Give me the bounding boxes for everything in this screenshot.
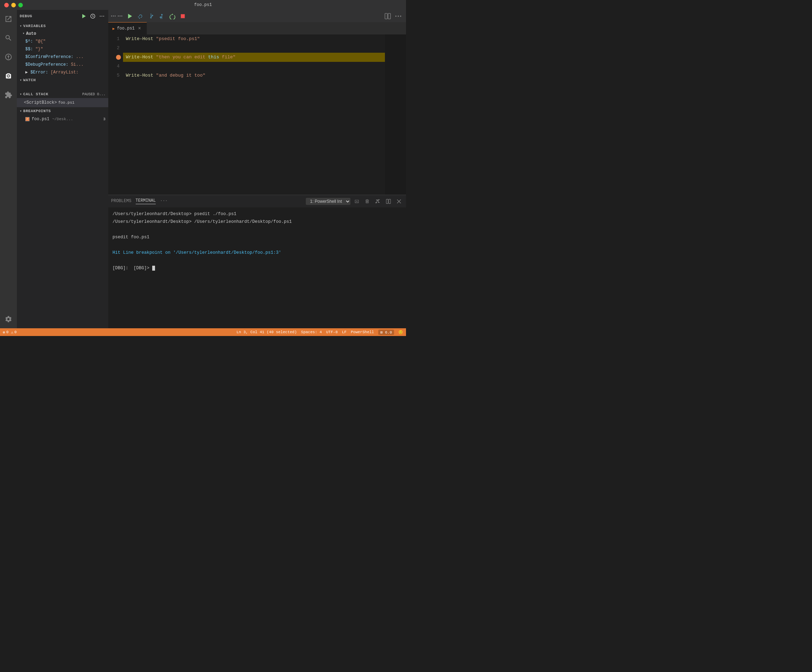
error-count[interactable]: ⊗ 0 ⚠ 0 <box>3 330 17 334</box>
debug-settings-button[interactable] <box>89 13 96 20</box>
debug-more-button[interactable] <box>99 13 106 20</box>
breakpoint-checkbox[interactable]: ✓ <box>25 117 29 121</box>
terminal-line <box>113 226 402 234</box>
variables-label: VARIABLES <box>23 24 106 28</box>
terminal-cursor <box>152 266 155 271</box>
svg-rect-4 <box>103 16 104 17</box>
breakpoint-item[interactable]: ✓ foo.ps1 ~/Desk... 3 <box>17 115 108 123</box>
split-editor-button[interactable] <box>383 11 392 21</box>
titlebar: foo.ps1 <box>0 0 406 10</box>
settings-icon[interactable] <box>2 313 15 326</box>
step-into-button[interactable] <box>146 11 156 21</box>
terminal-line: psedit foo.ps1 <box>113 234 402 241</box>
terminal-selector[interactable]: 1: PowerShell Int <box>306 198 350 205</box>
svg-marker-5 <box>128 14 132 19</box>
close-panel-button[interactable] <box>395 197 403 206</box>
svg-point-10 <box>397 15 399 17</box>
breakpoints-section-header[interactable]: ▾ BREAKPOINTS <box>17 107 108 115</box>
more-tabs-button[interactable]: ··· <box>160 199 168 204</box>
maximize-button[interactable] <box>18 3 23 7</box>
activity-bar <box>0 10 17 328</box>
continue-button[interactable] <box>125 11 135 21</box>
stop-button[interactable] <box>178 11 188 21</box>
encoding[interactable]: UTF-8 <box>326 330 338 334</box>
step-out-button[interactable] <box>157 11 167 21</box>
language-mode[interactable]: PowerShell <box>351 330 374 334</box>
git-icon[interactable] <box>2 51 15 63</box>
variables-section-header[interactable]: ▾ VARIABLES <box>17 22 108 30</box>
watch-panel: ▾ WATCH <box>17 76 108 90</box>
callstack-panel: ▾ CALL STACK PAUSED O... <ScriptBlock> f… <box>17 90 108 107</box>
tab-foo-ps1[interactable]: ▶ foo.ps1 × <box>108 22 147 34</box>
debug-label: DEBUG <box>20 14 78 18</box>
maximize-panel-button[interactable] <box>374 197 382 206</box>
chevron-down-icon: ▾ <box>20 24 22 28</box>
minimize-button[interactable] <box>11 3 16 7</box>
panel-area: PROBLEMS TERMINAL ··· 1: PowerShell Int <box>108 195 406 328</box>
debug-play-button[interactable] <box>80 13 87 20</box>
code-editor[interactable]: Write-Host "psedit foo.ps1" Write-Host "… <box>123 34 385 195</box>
window-title: foo.ps1 <box>194 2 212 7</box>
minimap <box>385 34 406 195</box>
breakpoints-label: BREAKPOINTS <box>23 109 106 113</box>
search-icon[interactable] <box>2 32 15 44</box>
callstack-label: CALL STACK <box>23 92 79 96</box>
more-actions-button[interactable] <box>393 11 403 21</box>
editor-tabs: ▶ foo.ps1 × <box>108 22 406 34</box>
terminal-line: /Users/tylerleonhardt/Desktop> psedit ./… <box>113 210 402 218</box>
variables-panel: ▾ VARIABLES ▾ Auto $^: "@{" $$: "}" $Con… <box>17 22 108 76</box>
cursor-position[interactable]: Ln 3, Col 41 (40 selected) <box>237 330 297 334</box>
callstack-item[interactable]: <ScriptBlock> foo.ps1 <box>17 98 108 107</box>
tab-close-button[interactable]: × <box>137 26 142 31</box>
panel-tab-bar: PROBLEMS TERMINAL ··· 1: PowerShell Int <box>108 195 406 207</box>
line-numbers: 1 2 3 4 5 <box>108 34 123 195</box>
powershell-file-icon: ▶ <box>113 26 115 31</box>
sidebar: DEBUG ▾ VARIABLES ▾ Auto $^: "@{" <box>17 10 108 328</box>
error-icon: ⊗ <box>3 330 5 334</box>
callstack-section-header[interactable]: ▾ CALL STACK PAUSED O... <box>17 90 108 98</box>
auto-group-header[interactable]: ▾ Auto <box>17 30 108 38</box>
code-line-5: Write-Host "and debug it too" <box>123 71 385 80</box>
close-button[interactable] <box>4 3 9 7</box>
svg-point-9 <box>396 15 396 17</box>
new-terminal-button[interactable] <box>353 197 361 206</box>
watch-label: WATCH <box>23 78 106 82</box>
editor-area[interactable]: 1 2 3 4 5 Write-Host "psedit foo.ps1" Wr… <box>108 34 406 195</box>
powershell-version[interactable]: ⊞ 6.0 <box>378 330 394 335</box>
svg-rect-6 <box>181 14 184 18</box>
watch-section-header[interactable]: ▾ WATCH <box>17 76 108 84</box>
explorer-icon[interactable] <box>2 13 15 25</box>
terminal-tab[interactable]: TERMINAL <box>136 198 156 204</box>
terminal-line: /Users/tylerleonhardt/Desktop> /Users/ty… <box>113 218 402 226</box>
status-left: ⊗ 0 ⚠ 0 <box>3 330 17 334</box>
delete-terminal-button[interactable] <box>363 197 372 206</box>
svg-rect-7 <box>385 14 387 19</box>
debug-header: DEBUG <box>17 10 108 22</box>
debug-icon[interactable] <box>2 70 15 82</box>
chevron-down-icon: ▾ <box>20 78 22 82</box>
step-over-button[interactable] <box>136 11 145 21</box>
line-ending[interactable]: LF <box>342 330 346 334</box>
feedback-icon[interactable]: 😊 <box>398 330 403 334</box>
problems-tab[interactable]: PROBLEMS <box>111 199 131 204</box>
drag-handle[interactable] <box>111 15 122 17</box>
split-terminal-button[interactable] <box>384 197 392 206</box>
warning-count-value: 0 <box>14 330 17 334</box>
chevron-down-icon: ▾ <box>20 109 22 113</box>
code-line-1: Write-Host "psedit foo.ps1" <box>123 34 385 44</box>
terminal-line: Hit Line breakpoint on '/Users/tylerleon… <box>113 249 402 257</box>
code-line-3: Write-Host "then you can edit this file" <box>123 53 385 62</box>
extensions-icon[interactable] <box>2 89 15 101</box>
panel-actions: 1: PowerShell Int <box>306 197 403 206</box>
var-item: $$: "}" <box>17 45 108 53</box>
breakpoint-indicator <box>116 55 121 60</box>
svg-rect-3 <box>102 16 102 17</box>
restart-button[interactable] <box>167 11 177 21</box>
indentation[interactable]: Spaces: 4 <box>301 330 322 334</box>
status-bar: ⊗ 0 ⚠ 0 Ln 3, Col 41 (40 selected) Space… <box>0 328 406 336</box>
svg-rect-2 <box>100 16 101 17</box>
window-controls[interactable] <box>4 3 23 7</box>
breakpoints-panel: ▾ BREAKPOINTS ✓ foo.ps1 ~/Desk... 3 <box>17 107 108 123</box>
svg-rect-12 <box>386 199 388 203</box>
terminal-content[interactable]: /Users/tylerleonhardt/Desktop> psedit ./… <box>108 207 406 328</box>
